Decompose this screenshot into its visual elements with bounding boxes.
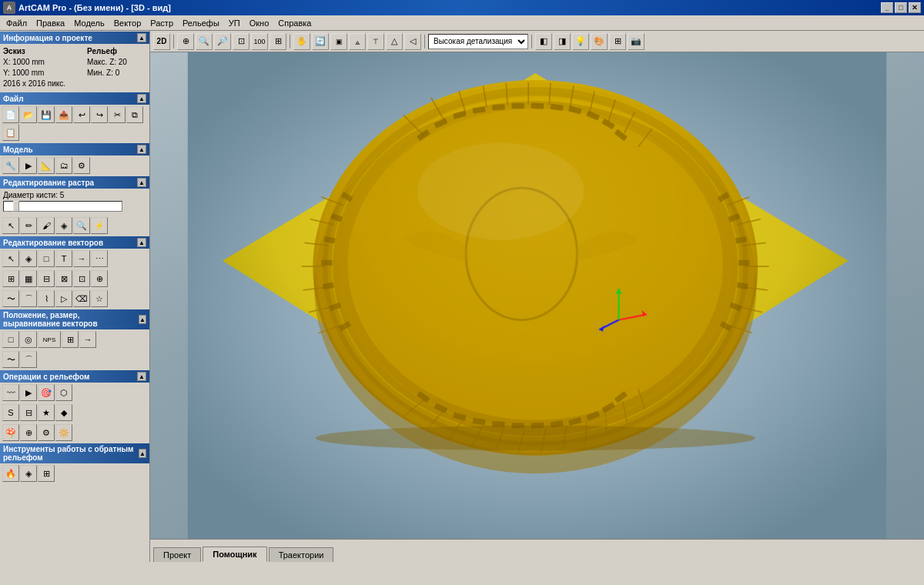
rev-btn-1[interactable]: 🔥 [2,465,19,482]
model-btn-5[interactable]: ⚙ [73,157,90,174]
export-button[interactable]: 📤 [55,106,72,123]
menu-reliefs[interactable]: Рельефы [178,17,224,29]
rotate-btn[interactable]: 🔄 [312,33,329,50]
brush-diameter-slider[interactable] [3,201,122,212]
pos-btn-5[interactable]: 〜 [2,351,19,368]
vector-btn-b3[interactable]: ⌇ [38,290,55,307]
rel-btn-3[interactable]: 🎯 [38,384,55,401]
tab-project[interactable]: Проект [153,547,201,562]
rev-btn-3[interactable]: ⊞ [38,465,55,482]
position-expand-btn[interactable]: ▲ [139,315,146,324]
menu-file[interactable]: Файл [2,17,32,29]
menu-uc[interactable]: УП [224,17,245,29]
paste-button[interactable]: 📋 [2,124,19,141]
menu-help[interactable]: Справка [273,17,316,29]
raster-section-header[interactable]: Редактирование растра ▲ [0,176,149,189]
vector-btn-b1[interactable]: 〜 [2,290,19,307]
vector-btn-a2[interactable]: ▦ [20,270,37,287]
vector-btn-b4[interactable]: ▷ [55,290,72,307]
detail-select[interactable]: Низкая детализация Средняя детализация В… [428,34,528,49]
raster-expand-btn[interactable]: ▲ [137,178,146,187]
zoom-out-btn[interactable]: 🔎 [214,33,231,50]
vector-node-btn[interactable]: ◈ [20,250,37,267]
render-btn-2[interactable]: ◨ [554,33,571,50]
vector-btn-a5[interactable]: ⊡ [73,270,90,287]
view-btn-7[interactable]: ◁ [404,33,421,50]
view-front-btn[interactable]: ▣ [330,33,347,50]
rel-btn-12[interactable]: 🔆 [55,424,72,441]
vector-arrow-btn[interactable]: → [73,250,90,267]
3d-canvas[interactable] [150,52,924,539]
raster-btn-3[interactable]: 🖌 [38,217,55,234]
zoom-in-btn[interactable]: 🔍 [196,33,213,50]
tab-trajectories[interactable]: Траектории [269,547,334,562]
pos-btn-4[interactable]: → [79,331,96,348]
close-button[interactable]: ✕ [909,2,921,13]
vector-btn-b2[interactable]: ⌒ [20,290,37,307]
rel-btn-9[interactable]: 🍄 [2,424,19,441]
menu-raster[interactable]: Растр [146,17,178,29]
rel-btn-4[interactable]: ⬡ [55,384,72,401]
save-file-button[interactable]: 💾 [38,106,55,123]
zoom-window-btn[interactable]: ⊞ [270,33,286,50]
vector-btn-a3[interactable]: ⊟ [38,270,55,287]
export-view-btn[interactable]: 📷 [628,33,644,50]
vector-select-btn[interactable]: ↖ [2,250,19,267]
relief-ops-expand-btn[interactable]: ▲ [137,372,146,381]
vector-btn-a1[interactable]: ⊞ [2,270,19,287]
minimize-button[interactable]: _ [881,2,893,13]
vector-btn-b6[interactable]: ☆ [91,290,108,307]
rel-btn-11[interactable]: ⚙ [38,424,55,441]
model-expand-btn[interactable]: ▲ [137,145,146,154]
raster-btn-6[interactable]: ⚡ [91,217,108,234]
color-btn[interactable]: 🎨 [591,33,608,50]
rev-btn-2[interactable]: ◈ [20,465,37,482]
menu-edit[interactable]: Правка [32,17,69,29]
view-2d-button[interactable]: 2D [153,33,170,50]
rel-btn-6[interactable]: ⊟ [20,404,37,421]
pos-btn-3[interactable]: ⊞ [62,331,79,348]
view-btn-6[interactable]: △ [386,33,403,50]
file-section-header[interactable]: Файл ▲ [0,92,149,105]
pos-btn-6[interactable]: ⌒ [20,351,37,368]
zoom-100-btn[interactable]: 100 [251,33,268,50]
pos-btn-2[interactable]: ◎ [20,331,37,348]
raster-btn-1[interactable]: ↖ [2,217,19,234]
vector-rect-btn[interactable]: □ [38,250,55,267]
info-expand-btn[interactable]: ▲ [137,33,146,42]
position-section-header[interactable]: Положение, размер, выравнивание векторов… [0,309,149,329]
rel-btn-10[interactable]: ⊕ [20,424,37,441]
vector-btn-a6[interactable]: ⊕ [91,270,108,287]
raster-btn-4[interactable]: ◈ [55,217,72,234]
pos-btn-nps[interactable]: NPS [38,331,61,348]
menu-vector[interactable]: Вектор [109,17,146,29]
menu-window[interactable]: Окно [245,17,274,29]
pos-btn-1[interactable]: □ [2,331,19,348]
open-file-button[interactable]: 📂 [20,106,37,123]
reverse-relief-expand-btn[interactable]: ▲ [139,449,146,458]
cut-button[interactable]: ✂ [109,106,126,123]
maximize-button[interactable]: □ [895,2,907,13]
view-top-btn[interactable]: ⊤ [367,33,384,50]
zoom-select-btn[interactable]: ⊕ [177,33,194,50]
model-btn-3[interactable]: 📐 [38,157,55,174]
raster-btn-2[interactable]: ✏ [20,217,37,234]
new-file-button[interactable]: 📄 [2,106,19,123]
raster-btn-5[interactable]: 🔍 [73,217,90,234]
vector-more-btn[interactable]: ⋯ [91,250,108,267]
render-btn-1[interactable]: ◧ [535,33,552,50]
undo-button[interactable]: ↩ [73,106,90,123]
wire-btn[interactable]: ⊞ [609,33,626,50]
info-section-header[interactable]: Информация о проекте ▲ [0,32,149,44]
vector-btn-a4[interactable]: ⊠ [55,270,72,287]
view-iso-btn[interactable]: ⟁ [349,33,366,50]
relief-ops-section-header[interactable]: Операции с рельефом ▲ [0,370,149,383]
file-expand-btn[interactable]: ▲ [137,94,146,103]
model-btn-4[interactable]: 🗂 [55,157,72,174]
rel-btn-7[interactable]: ★ [38,404,55,421]
reverse-relief-section-header[interactable]: Инструменты работы с обратным рельефом ▲ [0,443,149,463]
model-section-header[interactable]: Модель ▲ [0,143,149,155]
zoom-fit-btn[interactable]: ⊡ [233,33,249,50]
rel-btn-2[interactable]: ▶ [20,384,37,401]
vector-section-header[interactable]: Редактирование векторов ▲ [0,236,149,249]
